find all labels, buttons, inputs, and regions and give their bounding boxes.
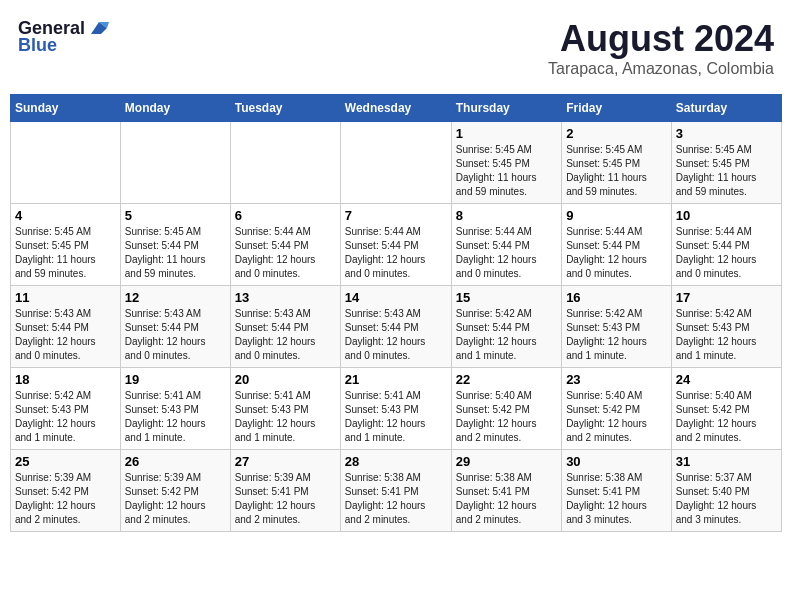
- calendar-cell: 23Sunrise: 5:40 AM Sunset: 5:42 PM Dayli…: [562, 368, 672, 450]
- cell-detail: Sunrise: 5:43 AM Sunset: 5:44 PM Dayligh…: [125, 307, 226, 363]
- day-number: 14: [345, 290, 447, 305]
- calendar-cell: 27Sunrise: 5:39 AM Sunset: 5:41 PM Dayli…: [230, 450, 340, 532]
- day-number: 19: [125, 372, 226, 387]
- day-number: 26: [125, 454, 226, 469]
- day-header-monday: Monday: [120, 95, 230, 122]
- calendar-cell: 18Sunrise: 5:42 AM Sunset: 5:43 PM Dayli…: [11, 368, 121, 450]
- day-number: 4: [15, 208, 116, 223]
- cell-detail: Sunrise: 5:41 AM Sunset: 5:43 PM Dayligh…: [235, 389, 336, 445]
- day-header-wednesday: Wednesday: [340, 95, 451, 122]
- cell-detail: Sunrise: 5:38 AM Sunset: 5:41 PM Dayligh…: [456, 471, 557, 527]
- day-number: 13: [235, 290, 336, 305]
- calendar-cell: 5Sunrise: 5:45 AM Sunset: 5:44 PM Daylig…: [120, 204, 230, 286]
- calendar-cell: 30Sunrise: 5:38 AM Sunset: 5:41 PM Dayli…: [562, 450, 672, 532]
- cell-detail: Sunrise: 5:45 AM Sunset: 5:45 PM Dayligh…: [566, 143, 667, 199]
- subtitle: Tarapaca, Amazonas, Colombia: [548, 60, 774, 78]
- calendar-cell: [120, 122, 230, 204]
- day-number: 21: [345, 372, 447, 387]
- cell-detail: Sunrise: 5:38 AM Sunset: 5:41 PM Dayligh…: [566, 471, 667, 527]
- title-area: August 2024 Tarapaca, Amazonas, Colombia: [540, 10, 782, 86]
- calendar-cell: 20Sunrise: 5:41 AM Sunset: 5:43 PM Dayli…: [230, 368, 340, 450]
- day-number: 15: [456, 290, 557, 305]
- day-header-thursday: Thursday: [451, 95, 561, 122]
- cell-detail: Sunrise: 5:45 AM Sunset: 5:45 PM Dayligh…: [676, 143, 777, 199]
- day-number: 3: [676, 126, 777, 141]
- logo-bird-icon: [87, 20, 109, 38]
- cell-detail: Sunrise: 5:37 AM Sunset: 5:40 PM Dayligh…: [676, 471, 777, 527]
- cell-detail: Sunrise: 5:40 AM Sunset: 5:42 PM Dayligh…: [676, 389, 777, 445]
- calendar-cell: 29Sunrise: 5:38 AM Sunset: 5:41 PM Dayli…: [451, 450, 561, 532]
- day-number: 31: [676, 454, 777, 469]
- day-number: 28: [345, 454, 447, 469]
- calendar-cell: 14Sunrise: 5:43 AM Sunset: 5:44 PM Dayli…: [340, 286, 451, 368]
- day-number: 9: [566, 208, 667, 223]
- cell-detail: Sunrise: 5:40 AM Sunset: 5:42 PM Dayligh…: [456, 389, 557, 445]
- day-number: 10: [676, 208, 777, 223]
- calendar-cell: [11, 122, 121, 204]
- cell-detail: Sunrise: 5:44 AM Sunset: 5:44 PM Dayligh…: [235, 225, 336, 281]
- calendar-table: SundayMondayTuesdayWednesdayThursdayFrid…: [10, 94, 782, 532]
- calendar-cell: 8Sunrise: 5:44 AM Sunset: 5:44 PM Daylig…: [451, 204, 561, 286]
- day-header-tuesday: Tuesday: [230, 95, 340, 122]
- calendar-cell: 13Sunrise: 5:43 AM Sunset: 5:44 PM Dayli…: [230, 286, 340, 368]
- day-number: 22: [456, 372, 557, 387]
- day-number: 24: [676, 372, 777, 387]
- day-header-sunday: Sunday: [11, 95, 121, 122]
- cell-detail: Sunrise: 5:44 AM Sunset: 5:44 PM Dayligh…: [345, 225, 447, 281]
- day-number: 7: [345, 208, 447, 223]
- calendar-cell: 12Sunrise: 5:43 AM Sunset: 5:44 PM Dayli…: [120, 286, 230, 368]
- cell-detail: Sunrise: 5:40 AM Sunset: 5:42 PM Dayligh…: [566, 389, 667, 445]
- calendar-cell: 17Sunrise: 5:42 AM Sunset: 5:43 PM Dayli…: [671, 286, 781, 368]
- day-number: 2: [566, 126, 667, 141]
- calendar-cell: 16Sunrise: 5:42 AM Sunset: 5:43 PM Dayli…: [562, 286, 672, 368]
- calendar-cell: 7Sunrise: 5:44 AM Sunset: 5:44 PM Daylig…: [340, 204, 451, 286]
- cell-detail: Sunrise: 5:44 AM Sunset: 5:44 PM Dayligh…: [566, 225, 667, 281]
- day-header-saturday: Saturday: [671, 95, 781, 122]
- calendar-cell: 19Sunrise: 5:41 AM Sunset: 5:43 PM Dayli…: [120, 368, 230, 450]
- cell-detail: Sunrise: 5:42 AM Sunset: 5:44 PM Dayligh…: [456, 307, 557, 363]
- calendar-cell: 15Sunrise: 5:42 AM Sunset: 5:44 PM Dayli…: [451, 286, 561, 368]
- cell-detail: Sunrise: 5:44 AM Sunset: 5:44 PM Dayligh…: [456, 225, 557, 281]
- cell-detail: Sunrise: 5:45 AM Sunset: 5:44 PM Dayligh…: [125, 225, 226, 281]
- cell-detail: Sunrise: 5:39 AM Sunset: 5:42 PM Dayligh…: [125, 471, 226, 527]
- cell-detail: Sunrise: 5:42 AM Sunset: 5:43 PM Dayligh…: [15, 389, 116, 445]
- day-number: 1: [456, 126, 557, 141]
- day-number: 27: [235, 454, 336, 469]
- cell-detail: Sunrise: 5:39 AM Sunset: 5:41 PM Dayligh…: [235, 471, 336, 527]
- cell-detail: Sunrise: 5:45 AM Sunset: 5:45 PM Dayligh…: [456, 143, 557, 199]
- day-number: 11: [15, 290, 116, 305]
- day-number: 23: [566, 372, 667, 387]
- calendar-cell: 22Sunrise: 5:40 AM Sunset: 5:42 PM Dayli…: [451, 368, 561, 450]
- calendar-cell: 2Sunrise: 5:45 AM Sunset: 5:45 PM Daylig…: [562, 122, 672, 204]
- cell-detail: Sunrise: 5:41 AM Sunset: 5:43 PM Dayligh…: [125, 389, 226, 445]
- cell-detail: Sunrise: 5:43 AM Sunset: 5:44 PM Dayligh…: [235, 307, 336, 363]
- cell-detail: Sunrise: 5:44 AM Sunset: 5:44 PM Dayligh…: [676, 225, 777, 281]
- calendar-cell: 1Sunrise: 5:45 AM Sunset: 5:45 PM Daylig…: [451, 122, 561, 204]
- main-title: August 2024: [548, 18, 774, 60]
- calendar-cell: 10Sunrise: 5:44 AM Sunset: 5:44 PM Dayli…: [671, 204, 781, 286]
- calendar-cell: [340, 122, 451, 204]
- calendar-cell: 21Sunrise: 5:41 AM Sunset: 5:43 PM Dayli…: [340, 368, 451, 450]
- day-number: 20: [235, 372, 336, 387]
- calendar-cell: 9Sunrise: 5:44 AM Sunset: 5:44 PM Daylig…: [562, 204, 672, 286]
- calendar-cell: 25Sunrise: 5:39 AM Sunset: 5:42 PM Dayli…: [11, 450, 121, 532]
- day-header-friday: Friday: [562, 95, 672, 122]
- cell-detail: Sunrise: 5:42 AM Sunset: 5:43 PM Dayligh…: [566, 307, 667, 363]
- cell-detail: Sunrise: 5:38 AM Sunset: 5:41 PM Dayligh…: [345, 471, 447, 527]
- calendar-cell: 28Sunrise: 5:38 AM Sunset: 5:41 PM Dayli…: [340, 450, 451, 532]
- calendar-cell: 31Sunrise: 5:37 AM Sunset: 5:40 PM Dayli…: [671, 450, 781, 532]
- calendar-cell: 24Sunrise: 5:40 AM Sunset: 5:42 PM Dayli…: [671, 368, 781, 450]
- calendar-cell: 11Sunrise: 5:43 AM Sunset: 5:44 PM Dayli…: [11, 286, 121, 368]
- logo: General Blue: [10, 10, 117, 64]
- day-number: 6: [235, 208, 336, 223]
- calendar-cell: 26Sunrise: 5:39 AM Sunset: 5:42 PM Dayli…: [120, 450, 230, 532]
- header: General Blue August 2024 Tarapaca, Amazo…: [10, 10, 782, 86]
- day-number: 12: [125, 290, 226, 305]
- cell-detail: Sunrise: 5:45 AM Sunset: 5:45 PM Dayligh…: [15, 225, 116, 281]
- logo-blue-text: Blue: [18, 35, 57, 56]
- day-number: 30: [566, 454, 667, 469]
- cell-detail: Sunrise: 5:43 AM Sunset: 5:44 PM Dayligh…: [15, 307, 116, 363]
- calendar-cell: 4Sunrise: 5:45 AM Sunset: 5:45 PM Daylig…: [11, 204, 121, 286]
- day-number: 29: [456, 454, 557, 469]
- calendar-cell: 6Sunrise: 5:44 AM Sunset: 5:44 PM Daylig…: [230, 204, 340, 286]
